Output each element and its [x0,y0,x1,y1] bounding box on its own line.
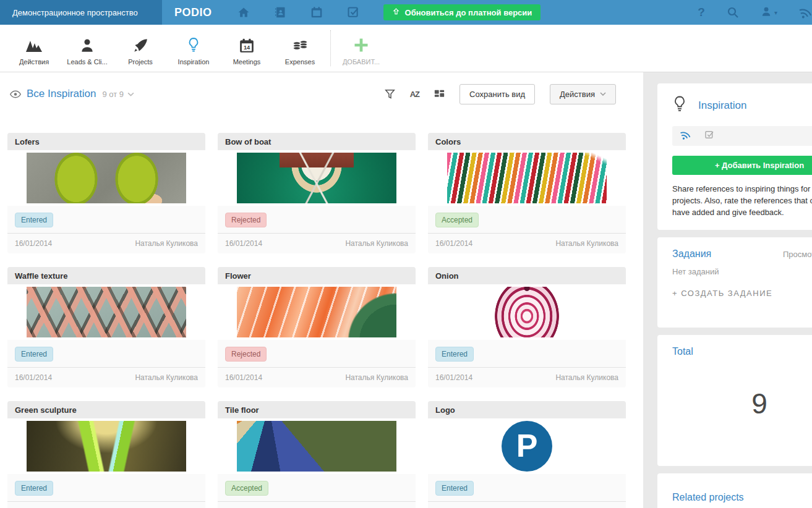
card-title: Flower [218,267,416,284]
card-footer: 16/01/2014 Наталья Куликова [7,233,205,253]
item-card[interactable]: Green sculpture Entered 16/01/2014 Натал… [7,401,205,508]
card-status-row: Entered [428,340,626,367]
card-image [27,287,186,337]
total-value: 9 [672,387,812,420]
content-column: Все Inspiration 9 от 9 AZ Сохранить вид … [0,72,643,508]
status-badge: Entered [15,481,53,496]
create-task-link[interactable]: + СОЗДАТЬ ЗАДАНИЕ [672,289,812,298]
item-card[interactable]: Logo Entered 16/01/2014 Наталья Куликова [428,401,626,508]
chevron-down-icon[interactable] [127,92,134,96]
item-card[interactable]: Waffle texture Entered 16/01/2014 Наталь… [7,267,205,387]
card-footer: 16/01/2014 Наталья Куликова [7,367,205,387]
app-nav-item-inspiration[interactable]: Inspiration [167,32,220,66]
item-card[interactable]: Lofers Entered 16/01/2014 Наталья Кулико… [7,133,205,253]
card-image [237,153,396,203]
lightbulb-icon [167,34,220,54]
app-nav-item-expenses[interactable]: Expenses [273,32,327,66]
card-status-row: Accepted [218,474,416,501]
card-image-wrap [218,284,416,340]
save-view-button[interactable]: Сохранить вид [459,84,535,104]
item-card[interactable]: Colors Accepted 16/01/2014 Наталья Кулик… [428,133,626,253]
calendar-icon[interactable] [310,6,323,19]
help-icon[interactable]: ? [698,6,705,19]
card-footer: 16/01/2014 Наталья Куликова [218,501,416,508]
add-inspiration-button[interactable]: + Добавить Inspiration [672,156,812,175]
user-menu[interactable]: ▾ [761,6,777,20]
item-card[interactable]: Onion Entered 16/01/2014 Наталья Куликов… [428,267,626,387]
chevron-down-icon [600,92,606,96]
card-author: Наталья Куликова [135,373,198,382]
right-sidebar: Inspiration + Добавить Inspiration Share… [657,72,812,508]
podio-logo[interactable]: PODIO [174,6,212,19]
activity-stream-icon[interactable] [798,6,812,19]
home-icon[interactable] [237,6,250,19]
card-author: Наталья Куликова [135,239,198,248]
app-nav-item-leads[interactable]: Leads & Cli... [61,32,114,66]
total-panel: Total 9 [657,335,812,466]
coins-icon [273,34,327,54]
item-card[interactable]: Bow of boat Rejected 16/01/2014 Наталья … [218,133,416,253]
card-image-wrap [7,418,205,474]
card-date: 16/01/2014 [435,373,472,382]
activity-stream-icon[interactable] [680,129,691,143]
card-image [447,287,607,337]
rocket-icon [114,34,167,54]
add-app-button[interactable]: ДОБАВИТ... [335,32,388,66]
app-nav-item-meetings[interactable]: 14 Meetings [220,32,273,66]
card-title: Green sculpture [7,401,205,418]
search-icon[interactable] [726,6,740,19]
plus-icon [335,34,388,54]
tasks-title: Задания [672,248,711,260]
actions-button[interactable]: Действия [550,84,616,104]
top-bar: Демонстрационное пространство PODIO Обно… [0,0,812,25]
contacts-icon[interactable] [273,6,287,19]
status-badge: Entered [15,347,53,362]
sort-icon[interactable]: AZ [410,90,419,99]
card-author: Наталья Куликова [555,239,618,248]
card-image-wrap [218,150,416,206]
card-title: Lofers [7,133,205,150]
card-author: Наталья Куликова [555,373,618,382]
tasks-panel: Задания Просмотреть все Нет заданий + СО… [657,237,812,328]
workspace-switcher[interactable]: Демонстрационное пространство [0,0,162,25]
view-title[interactable]: Все Inspiration [27,88,96,100]
view-header: Все Inspiration 9 от 9 AZ Сохранить вид … [0,76,643,112]
card-date: 16/01/2014 [15,373,52,382]
app-navigation-bar: Действия Leads & Cli... Projects Inspira… [0,25,812,72]
app-nav-item-actions[interactable]: Действия [7,32,61,66]
status-badge: Entered [435,347,474,362]
app-nav-item-projects[interactable]: Projects [114,32,167,66]
item-count: 9 от 9 [102,90,124,99]
top-navigation [237,6,360,19]
item-card[interactable]: Flower Rejected 16/01/2014 Наталья Кулик… [218,267,416,387]
card-footer: 16/01/2014 Наталья Куликова [428,501,626,508]
app-nav-separator [330,30,331,66]
item-card[interactable]: Tile floor Accepted 16/01/2014 Наталья К… [218,401,416,508]
card-status-row: Rejected [218,340,416,367]
status-badge: Entered [435,481,474,496]
tasks-icon[interactable] [704,130,714,142]
status-badge: Rejected [225,347,267,362]
card-status-row: Rejected [218,206,416,233]
workspace-label: Демонстрационное пространство [12,8,138,17]
app-title[interactable]: Inspiration [698,99,746,112]
user-icon [761,6,772,20]
status-badge: Rejected [225,213,267,227]
layout-icon[interactable] [434,89,445,99]
card-title: Bow of boat [218,133,416,150]
card-image [27,421,186,472]
card-author: Наталья Куликова [345,239,408,248]
card-date: 16/01/2014 [225,373,262,382]
card-image [237,421,396,472]
card-title: Tile floor [218,401,416,418]
card-image-wrap [428,418,626,474]
filter-icon[interactable] [385,89,395,99]
card-title: Colors [428,133,626,150]
upgrade-button[interactable]: Обновиться до платной версии [383,4,541,20]
card-status-row: Entered [7,206,205,233]
view-all-tasks-link[interactable]: Просмотреть все [783,250,812,259]
card-image-wrap [428,284,626,340]
card-author: Наталья Куликова [345,373,408,382]
card-image [447,421,607,472]
tasks-icon[interactable] [346,6,360,19]
